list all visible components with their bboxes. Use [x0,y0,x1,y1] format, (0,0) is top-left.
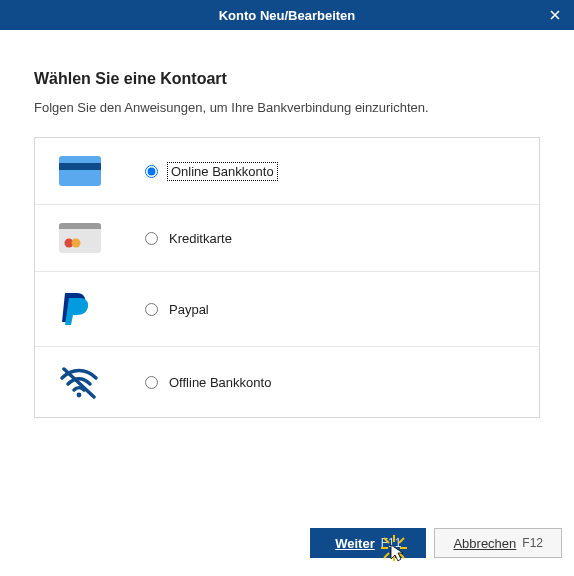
svg-point-7 [77,393,82,398]
option-online-bank-radio[interactable] [145,165,158,178]
wifi-off-icon [59,365,99,399]
window-title: Konto Neu/Bearbeiten [219,8,356,23]
paypal-icon [59,290,93,328]
option-paypal-radio[interactable] [145,303,158,316]
cancel-button-label: Abbrechen [453,536,516,551]
dialog-content: Wählen Sie eine Kontoart Folgen Sie den … [0,30,574,426]
credit-card-icon [59,223,101,253]
next-button-shortcut: F11 [381,536,402,550]
page-title: Wählen Sie eine Kontoart [34,70,540,88]
svg-line-16 [384,553,389,558]
bank-card-icon [59,156,101,186]
next-button-label: Weiter [335,536,375,551]
close-button[interactable] [536,0,574,30]
option-online-bank[interactable]: Online Bankkonto [35,138,539,205]
option-credit-card-radio[interactable] [145,232,158,245]
dialog-footer: Weiter F11 Abbrechen F12 [0,520,574,566]
cancel-button[interactable]: Abbrechen F12 [434,528,562,558]
titlebar: Konto Neu/Bearbeiten [0,0,574,30]
svg-line-14 [399,553,404,558]
svg-rect-0 [59,156,101,186]
account-type-options: Online Bankkonto Kre [34,137,540,418]
option-credit-card[interactable]: Kreditkarte [35,205,539,272]
svg-point-6 [72,239,81,248]
option-online-bank-label: Online Bankkonto [169,164,276,179]
svg-rect-1 [59,163,101,170]
svg-rect-4 [59,226,101,229]
option-paypal-label: Paypal [169,302,209,317]
next-button[interactable]: Weiter F11 [310,528,426,558]
cancel-button-shortcut: F12 [522,536,543,550]
option-paypal[interactable]: Paypal [35,272,539,347]
option-offline-bank-label: Offline Bankkonto [169,375,271,390]
close-icon [550,10,560,20]
option-offline-bank-radio[interactable] [145,376,158,389]
page-subtitle: Folgen Sie den Anweisungen, um Ihre Bank… [34,100,540,115]
option-credit-card-label: Kreditkarte [169,231,232,246]
option-offline-bank[interactable]: Offline Bankkonto [35,347,539,417]
